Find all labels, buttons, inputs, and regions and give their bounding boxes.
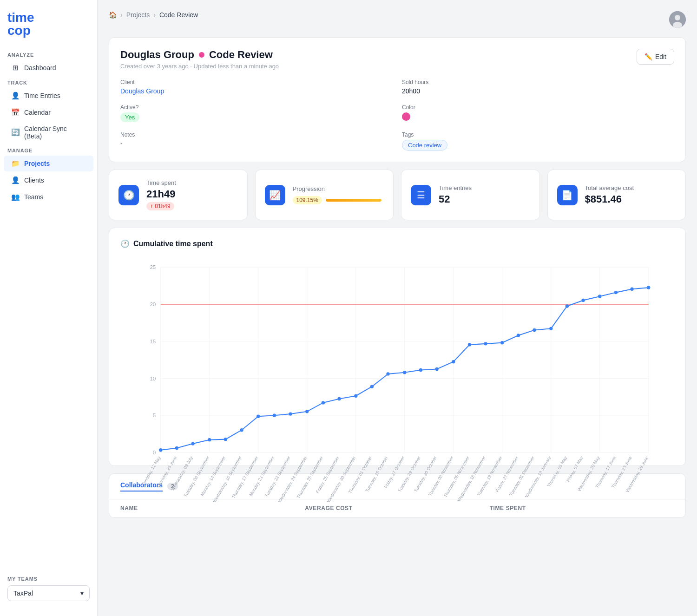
breadcrumb-projects[interactable]: Projects (126, 11, 150, 19)
chart-dot (468, 343, 471, 346)
top-bar: 🏠 › Projects › Code Review (109, 11, 686, 28)
logo-icon: timecop (7, 11, 34, 37)
col-time-spent: TIME SPENT (490, 505, 674, 511)
chart-dot (452, 360, 455, 363)
chart-dot (354, 394, 357, 398)
chart-dot (533, 328, 536, 332)
active-field: Active? Yes (120, 104, 393, 122)
chart-dot (305, 410, 309, 413)
logo: timecop (0, 7, 97, 48)
color-field: Color (402, 104, 674, 122)
active-label: Active? (120, 104, 393, 111)
chart-dot (630, 288, 633, 291)
team-select-value: TaxPal (13, 590, 33, 597)
sidebar-item-calendar[interactable]: 📅 Calendar (4, 105, 93, 120)
chart-dot (273, 414, 276, 417)
edit-label: Edit (655, 53, 666, 60)
sidebar: timecop Analyze ⊞ Dashboard Track 👤 Time… (0, 0, 98, 616)
list-icon-box: ☰ (411, 185, 431, 205)
chevron-down-icon: ▾ (80, 590, 84, 597)
chart-dot (208, 438, 211, 441)
breadcrumb: 🏠 › Projects › Code Review (109, 11, 198, 19)
svg-point-1 (675, 15, 680, 20)
sidebar-item-label: Dashboard (24, 64, 56, 72)
sidebar-item-label: Calendar (24, 109, 51, 116)
grid-icon: ⊞ (11, 64, 20, 72)
sidebar-item-projects[interactable]: 📁 Projects (4, 156, 93, 171)
sidebar-item-calendar-sync[interactable]: 🔄 Calendar Sync (Beta) (4, 121, 93, 144)
project-color-dot (199, 52, 204, 58)
sidebar-item-time-entries[interactable]: 👤 Time Entries (4, 88, 93, 104)
section-label-track: Track (0, 76, 97, 87)
progression-fill (326, 199, 381, 202)
project-client: Douglas Group (120, 49, 194, 61)
chart-dot (403, 371, 406, 374)
project-details: Client Douglas Group Sold hours 20h00 Ac… (120, 79, 674, 151)
notes-label: Notes (120, 131, 393, 138)
edit-button[interactable]: ✏️ Edit (637, 49, 674, 65)
tag-badge[interactable]: Code review (402, 140, 447, 151)
section-label-analyze: Analyze (0, 48, 97, 59)
avatar[interactable] (669, 11, 686, 28)
client-value[interactable]: Douglas Group (120, 87, 393, 95)
clients-icon: 👤 (11, 176, 20, 184)
sidebar-item-label: Teams (24, 193, 43, 201)
chart-dot (256, 415, 260, 418)
home-icon[interactable]: 🏠 (109, 11, 117, 19)
sold-hours-field: Sold hours 20h00 (402, 79, 674, 95)
stat-content-entries: Time entries 52 (439, 184, 530, 205)
chart-container: 25 20 15 10 5 0 (120, 257, 674, 454)
col-avg-cost: AVERAGE COST (305, 505, 489, 511)
col-name: NAME (120, 505, 305, 511)
chart-dot (240, 428, 243, 432)
folder-icon: 📁 (11, 159, 20, 168)
svg-text:0: 0 (153, 450, 156, 455)
active-badge: Yes (120, 112, 139, 122)
chart-dot (614, 291, 618, 294)
chart-dot (598, 295, 601, 298)
client-field: Client Douglas Group (120, 79, 393, 95)
chart-dot (337, 397, 341, 400)
sidebar-item-label: Calendar Sync (Beta) (24, 125, 86, 140)
breadcrumb-sep-2: › (153, 11, 156, 19)
color-swatch[interactable] (402, 112, 410, 121)
sidebar-item-label: Clients (24, 177, 44, 184)
team-selector[interactable]: TaxPal ▾ (7, 585, 90, 601)
tags-label: Tags (402, 131, 674, 138)
breadcrumb-sep-1: › (120, 11, 123, 19)
chart-icon-box: 📈 (265, 185, 285, 205)
teams-icon: 👥 (11, 193, 20, 201)
my-teams-label: My teams (7, 576, 90, 582)
sidebar-item-teams[interactable]: 👥 Teams (4, 189, 93, 205)
calendar-icon: 📅 (11, 108, 20, 117)
collaborators-table-header: NAME AVERAGE COST TIME SPENT (109, 499, 685, 518)
chart-title-text: Cumulative time spent (133, 240, 213, 248)
stat-label-time: Time spent (146, 179, 238, 186)
main-content: 🏠 › Projects › Code Review Douglas Group… (98, 0, 697, 616)
stats-row: 🕐 Time spent 21h49 + 01h49 📈 Progression… (109, 170, 686, 220)
chart-dot (419, 368, 422, 372)
stat-content-time: Time spent 21h49 + 01h49 (146, 179, 238, 210)
stat-progression: 📈 Progression 109.15% (255, 170, 394, 220)
chart-dot (435, 367, 438, 371)
stat-value-cost: $851.46 (585, 193, 677, 205)
sidebar-item-label: Time Entries (24, 92, 60, 99)
chart-dot (565, 304, 569, 308)
progression-bar (326, 199, 381, 202)
stat-value-entries: 52 (439, 193, 530, 205)
clock-icon-box: 🕐 (118, 185, 139, 205)
progression-badge: 109.15% (293, 196, 322, 204)
color-label: Color (402, 104, 674, 111)
stat-label-progression: Progression (293, 185, 384, 192)
chart-dot (191, 442, 194, 445)
chart-dot (484, 342, 487, 345)
project-name: Code Review (209, 49, 273, 61)
svg-text:25: 25 (150, 264, 156, 270)
sidebar-item-dashboard[interactable]: ⊞ Dashboard (4, 60, 93, 76)
sidebar-item-clients[interactable]: 👤 Clients (4, 172, 93, 188)
clock-chart-icon: 🕐 (120, 239, 130, 248)
section-label-manage: Manage (0, 144, 97, 155)
chart-dot (581, 299, 585, 302)
chart-dot (500, 341, 504, 344)
chart-dot (370, 385, 374, 388)
